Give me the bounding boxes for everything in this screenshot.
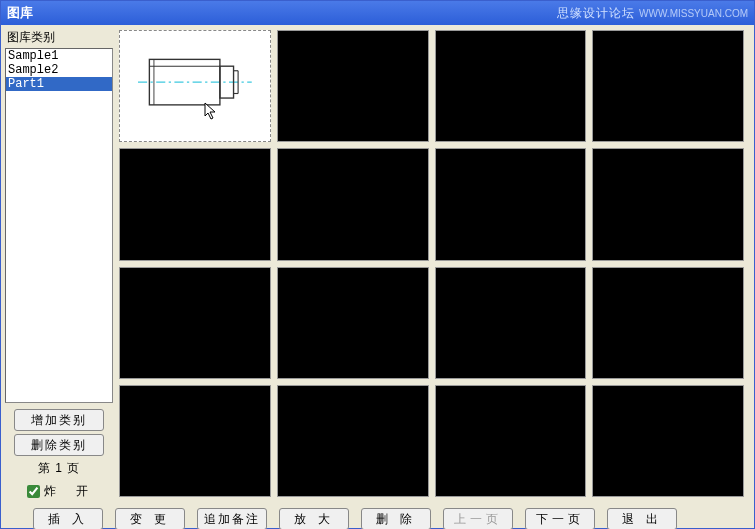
thumbnail-cell[interactable] [119, 148, 271, 260]
insert-button[interactable]: 插 入 [33, 508, 103, 529]
exit-button[interactable]: 退 出 [607, 508, 677, 529]
thumbnail-cell[interactable] [435, 267, 587, 379]
thumbnail-cell[interactable] [592, 30, 744, 142]
thumbnail-cell[interactable] [119, 385, 271, 497]
category-listbox[interactable]: Sample1Sample2Part1 [5, 48, 113, 403]
delete-category-button[interactable]: 删除类别 [14, 434, 104, 456]
next-page-button[interactable]: 下一页 [525, 508, 595, 529]
sidebar-buttons: 增加类别 删除类别 [5, 409, 113, 456]
thumbnail-cell[interactable] [119, 30, 271, 142]
explode-checkbox-row[interactable]: 炸 开 [5, 483, 113, 500]
zoom-button[interactable]: 放 大 [279, 508, 349, 529]
list-item[interactable]: Sample2 [6, 63, 112, 77]
change-button[interactable]: 变 更 [115, 508, 185, 529]
part-drawing-icon [138, 45, 252, 119]
thumbnail-cell[interactable] [435, 30, 587, 142]
thumbnail-cell[interactable] [592, 385, 744, 497]
content-area: 图库类别 Sample1Sample2Part1 增加类别 删除类别 第 1 页… [1, 25, 754, 502]
thumbnail-grid [116, 27, 750, 500]
bottom-toolbar: 插 入 变 更 追加备注 放 大 删 除 上一页 下一页 退 出 [1, 502, 754, 529]
thumbnail-preview [120, 31, 270, 141]
add-note-button[interactable]: 追加备注 [197, 508, 267, 529]
explode-checkbox-label: 炸 开 [44, 483, 92, 500]
page-indicator: 第 1 页 [5, 460, 113, 477]
thumbnail-cell[interactable] [435, 385, 587, 497]
thumbnail-cell[interactable] [277, 148, 429, 260]
prev-page-button[interactable]: 上一页 [443, 508, 513, 529]
watermark: 思缘设计论坛 WWW.MISSYUAN.COM [557, 5, 748, 22]
category-label: 图库类别 [5, 27, 113, 48]
list-item[interactable]: Sample1 [6, 49, 112, 63]
add-category-button[interactable]: 增加类别 [14, 409, 104, 431]
window-title: 图库 [7, 4, 33, 22]
thumbnail-cell[interactable] [119, 267, 271, 379]
thumbnail-cell[interactable] [592, 267, 744, 379]
thumbnail-cell[interactable] [592, 148, 744, 260]
thumbnail-cell[interactable] [435, 148, 587, 260]
delete-button[interactable]: 删 除 [361, 508, 431, 529]
library-window: 图库 思缘设计论坛 WWW.MISSYUAN.COM 图库类别 Sample1S… [0, 0, 755, 529]
explode-checkbox[interactable] [27, 485, 40, 498]
thumbnail-cell[interactable] [277, 30, 429, 142]
list-item[interactable]: Part1 [6, 77, 112, 91]
thumbnail-cell[interactable] [277, 385, 429, 497]
sidebar: 图库类别 Sample1Sample2Part1 增加类别 删除类别 第 1 页… [5, 27, 113, 500]
titlebar[interactable]: 图库 思缘设计论坛 WWW.MISSYUAN.COM [1, 1, 754, 25]
thumbnail-cell[interactable] [277, 267, 429, 379]
